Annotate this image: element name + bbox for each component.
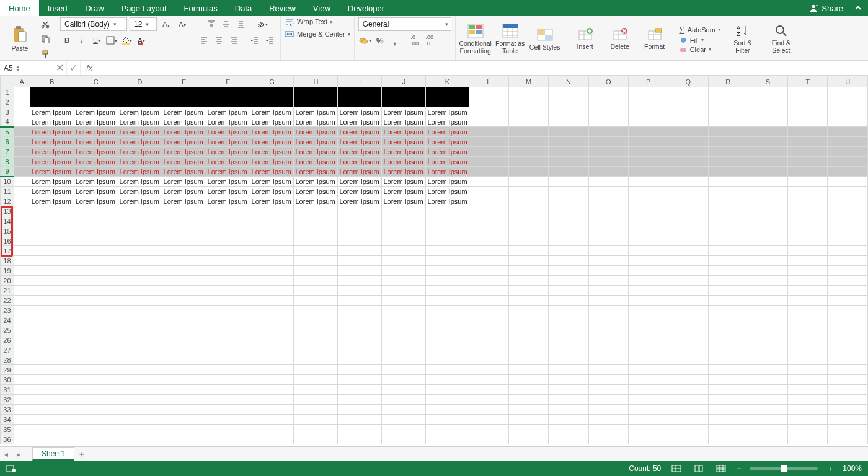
orientation-button[interactable]: ab▾ — [255, 17, 269, 31]
cell[interactable] — [748, 385, 787, 395]
cell[interactable] — [508, 385, 548, 395]
cell[interactable] — [628, 137, 668, 147]
cell[interactable] — [588, 137, 628, 147]
cell[interactable] — [628, 246, 668, 256]
cell[interactable] — [30, 206, 74, 216]
cell[interactable] — [30, 405, 74, 415]
cell[interactable] — [294, 236, 338, 246]
cell[interactable] — [426, 415, 469, 425]
cell[interactable] — [828, 107, 868, 117]
cell[interactable] — [14, 355, 30, 365]
cell[interactable] — [206, 345, 250, 355]
cell[interactable] — [828, 355, 868, 365]
cell[interactable] — [250, 216, 294, 226]
cell[interactable]: Lorem Ipsum — [250, 187, 294, 196]
cell[interactable] — [206, 355, 250, 365]
cell[interactable] — [748, 246, 787, 256]
menu-tab-developer[interactable]: Developer — [339, 0, 393, 16]
cell[interactable] — [426, 375, 469, 385]
cell[interactable] — [250, 206, 294, 216]
autosum-button[interactable]: ∑ AutoSum ▾ — [679, 25, 720, 35]
cell[interactable] — [828, 395, 868, 405]
cell[interactable] — [338, 97, 382, 107]
cell[interactable] — [14, 107, 30, 117]
cell[interactable] — [588, 226, 628, 236]
cell[interactable] — [748, 276, 787, 286]
cell[interactable] — [250, 256, 294, 266]
cell[interactable] — [788, 355, 828, 365]
cell[interactable] — [668, 177, 708, 187]
cell[interactable] — [294, 276, 338, 286]
cell[interactable] — [788, 296, 828, 306]
col-header-A[interactable]: A — [14, 76, 30, 87]
cell[interactable] — [294, 335, 338, 345]
row-header-10[interactable]: 10 — [1, 177, 14, 187]
cell[interactable] — [74, 246, 118, 256]
cell[interactable] — [250, 425, 294, 434]
cell[interactable] — [588, 266, 628, 276]
cell[interactable]: Lorem Ipsum — [250, 147, 294, 157]
cell[interactable] — [549, 266, 588, 276]
cell[interactable] — [250, 385, 294, 395]
cell[interactable] — [588, 157, 628, 167]
cell[interactable] — [162, 246, 206, 256]
cell[interactable] — [74, 335, 118, 345]
cell[interactable] — [508, 315, 548, 325]
cell[interactable] — [118, 325, 162, 335]
cell[interactable] — [382, 306, 426, 315]
col-header-B[interactable]: B — [30, 76, 74, 87]
col-header-T[interactable]: T — [788, 76, 828, 87]
cell[interactable] — [748, 365, 787, 375]
cell[interactable]: Lorem Ipsum — [382, 147, 426, 157]
cell[interactable] — [426, 355, 469, 365]
col-header-H[interactable]: H — [294, 76, 338, 87]
cell[interactable] — [508, 137, 548, 147]
cell[interactable] — [426, 87, 469, 97]
cell[interactable] — [250, 286, 294, 296]
cell[interactable] — [708, 306, 748, 315]
cell[interactable] — [508, 296, 548, 306]
cell[interactable] — [628, 296, 668, 306]
cell[interactable] — [30, 375, 74, 385]
cell[interactable] — [469, 286, 508, 296]
cell[interactable] — [708, 335, 748, 345]
row-header-27[interactable]: 27 — [1, 345, 14, 355]
cell[interactable] — [549, 375, 588, 385]
cell[interactable] — [668, 395, 708, 405]
cell[interactable] — [828, 167, 868, 177]
cell[interactable] — [788, 246, 828, 256]
cell[interactable] — [549, 157, 588, 167]
cell[interactable] — [708, 147, 748, 157]
cell[interactable] — [426, 434, 469, 444]
cell[interactable]: Lorem Ipsum — [426, 167, 469, 177]
cell[interactable] — [668, 296, 708, 306]
cell[interactable] — [206, 266, 250, 276]
cell[interactable] — [628, 256, 668, 266]
cell[interactable] — [338, 395, 382, 405]
cell[interactable] — [469, 127, 508, 137]
cell[interactable] — [74, 296, 118, 306]
cell[interactable] — [30, 266, 74, 276]
cell[interactable] — [668, 415, 708, 425]
cell[interactable] — [788, 196, 828, 206]
cell[interactable] — [469, 385, 508, 395]
cell[interactable] — [382, 246, 426, 256]
cell[interactable] — [508, 345, 548, 355]
row-header-6[interactable]: 6 — [1, 137, 14, 147]
cell[interactable] — [426, 306, 469, 315]
cell[interactable] — [338, 315, 382, 325]
cell[interactable]: Lorem Ipsum — [294, 196, 338, 206]
cell[interactable] — [708, 375, 748, 385]
cell[interactable] — [508, 87, 548, 97]
cell[interactable] — [588, 345, 628, 355]
row-header-28[interactable]: 28 — [1, 355, 14, 365]
cell[interactable] — [250, 266, 294, 276]
cell[interactable] — [30, 87, 74, 97]
cell[interactable] — [206, 236, 250, 246]
row-header-8[interactable]: 8 — [1, 157, 14, 167]
cell[interactable]: Lorem Ipsum — [206, 117, 250, 127]
cell[interactable] — [549, 187, 588, 196]
cell[interactable] — [508, 434, 548, 444]
cell[interactable] — [162, 87, 206, 97]
cell[interactable]: Lorem Ipsum — [206, 157, 250, 167]
